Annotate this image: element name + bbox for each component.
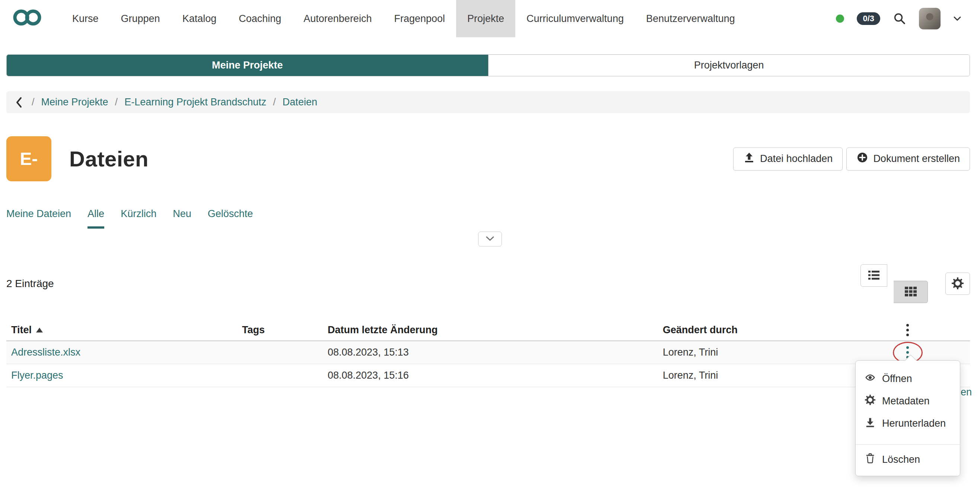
breadcrumb-separator: / — [32, 96, 35, 108]
top-navbar: Kurse Gruppen Katalog Coaching Autorenbe… — [0, 0, 980, 37]
breadcrumb-meine-projekte[interactable]: Meine Projekte — [41, 96, 108, 108]
menu-item-oeffnen[interactable]: Öffnen — [856, 368, 960, 390]
list-view-icon — [867, 270, 880, 282]
breadcrumb-separator: / — [115, 96, 118, 108]
project-scope-segmented-control: Meine Projekte Projektvorlagen — [6, 54, 970, 76]
file-filter-tabs: Meine Dateien Alle Kürzlich Neu Gelöscht… — [6, 208, 970, 229]
tab-geloeschte[interactable]: Gelöschte — [208, 208, 253, 229]
view-table-button[interactable] — [894, 281, 928, 303]
page-title: Dateien — [69, 146, 149, 171]
trash-icon — [865, 453, 876, 466]
gear-icon — [951, 277, 964, 291]
main-nav: Kurse Gruppen Katalog Coaching Autorenbe… — [61, 0, 746, 37]
page: Kurse Gruppen Katalog Coaching Autorenbe… — [0, 0, 980, 387]
menu-item-label: Löschen — [882, 454, 920, 465]
list-toolbar: 2 Einträge — [6, 264, 970, 303]
tab-kuerzlich[interactable]: Kürzlich — [121, 208, 156, 229]
nav-item-kurse[interactable]: Kurse — [61, 0, 110, 37]
column-header-tags[interactable]: Tags — [242, 324, 328, 336]
eye-icon — [865, 372, 876, 386]
menu-item-loeschen[interactable]: Löschen — [856, 448, 960, 471]
header-actions: Datei hochladen Dokument erstellen — [733, 148, 970, 170]
gear-icon — [865, 394, 876, 408]
nav-item-gruppen[interactable]: Gruppen — [110, 0, 171, 37]
menu-item-label: Metadaten — [882, 395, 930, 407]
file-link-adressliste[interactable]: Adressliste.xlsx — [11, 347, 80, 358]
table-view-icon — [904, 286, 918, 298]
download-icon — [865, 417, 876, 430]
tab-meine-dateien[interactable]: Meine Dateien — [6, 208, 71, 229]
presence-status-dot — [836, 14, 844, 23]
files-table: Titel Tags Datum letzte Änderung Geänder… — [6, 320, 970, 387]
table-settings-button[interactable] — [945, 272, 970, 295]
menu-item-metadaten[interactable]: Metadaten — [856, 390, 960, 412]
sort-ascending-icon[interactable] — [36, 328, 43, 333]
tab-alle[interactable]: Alle — [88, 208, 104, 229]
breadcrumb-separator: / — [273, 96, 276, 108]
upload-button-label: Datei hochladen — [760, 153, 832, 165]
create-button-label: Dokument erstellen — [873, 153, 960, 165]
upload-icon — [743, 151, 755, 166]
file-link-flyer[interactable]: Flyer.pages — [11, 370, 63, 381]
row-modified: 08.08.2023, 15:13 — [328, 347, 663, 358]
nav-item-benutzerverwaltung[interactable]: Benutzerverwaltung — [635, 0, 746, 37]
breadcrumb-dateien[interactable]: Dateien — [283, 96, 317, 108]
table-menu-kebab-icon[interactable] — [904, 322, 911, 339]
nav-item-fragenpool[interactable]: Fragenpool — [383, 0, 456, 37]
view-list-button[interactable] — [861, 264, 887, 287]
menu-divider — [856, 444, 960, 444]
column-header-titel[interactable]: Titel — [11, 324, 32, 336]
project-avatar: E- — [6, 136, 51, 181]
plus-circle-icon — [856, 151, 868, 166]
menu-item-herunterladen[interactable]: Herunterladen — [856, 412, 960, 434]
column-header-modified[interactable]: Datum letzte Änderung — [328, 324, 663, 336]
app-logo[interactable] — [9, 0, 46, 37]
segment-meine-projekte[interactable]: Meine Projekte — [7, 55, 488, 76]
nav-item-coaching[interactable]: Coaching — [228, 0, 292, 37]
view-switch-group — [861, 264, 938, 303]
page-header: E- Dateien Datei hochladen — [6, 136, 970, 181]
entry-count: 2 Einträge — [6, 278, 54, 290]
create-document-button[interactable]: Dokument erstellen — [846, 148, 970, 170]
tab-neu[interactable]: Neu — [173, 208, 191, 229]
row-context-menu: Öffnen Metadaten — [855, 360, 960, 476]
segment-projektvorlagen[interactable]: Projektvorlagen — [488, 55, 970, 76]
user-menu-chevron-down-icon[interactable] — [953, 16, 961, 21]
user-avatar[interactable] — [919, 8, 940, 29]
row-modified-by: Lorenz, Trini — [663, 347, 871, 358]
upload-file-button[interactable]: Datei hochladen — [733, 148, 843, 170]
navbar-right-cluster: 0/3 — [836, 0, 980, 37]
search-icon[interactable] — [893, 12, 906, 25]
table-row[interactable]: Adressliste.xlsx 08.08.2023, 15:13 Loren… — [6, 341, 970, 364]
chevron-down-icon — [485, 236, 495, 242]
expand-filters-button[interactable] — [478, 232, 502, 247]
nav-item-autorenbereich[interactable]: Autorenbereich — [292, 0, 383, 37]
table-header-row: Titel Tags Datum letzte Änderung Geänder… — [6, 320, 970, 341]
nav-item-curriculumverwaltung[interactable]: Curriculumverwaltung — [515, 0, 635, 37]
row-modified: 08.08.2023, 15:16 — [328, 370, 663, 381]
obscured-link-fragment: en — [961, 387, 972, 398]
nav-item-projekte[interactable]: Projekte — [456, 0, 515, 37]
filter-expander-row — [0, 232, 980, 247]
breadcrumb-project[interactable]: E-Learning Projekt Brandschutz — [124, 96, 266, 108]
task-count-badge[interactable]: 0/3 — [857, 12, 880, 25]
back-chevron-icon[interactable] — [14, 95, 24, 109]
nav-item-katalog[interactable]: Katalog — [171, 0, 228, 37]
column-header-modified-by[interactable]: Geändert durch — [663, 324, 871, 336]
row-modified-by: Lorenz, Trini — [663, 370, 871, 381]
breadcrumb: / Meine Projekte / E-Learning Projekt Br… — [6, 91, 970, 113]
view-controls — [861, 264, 970, 303]
menu-item-label: Öffnen — [882, 373, 912, 385]
infinity-logo-icon — [9, 8, 46, 30]
table-row[interactable]: Flyer.pages 08.08.2023, 15:16 Lorenz, Tr… — [6, 364, 970, 387]
menu-item-label: Herunterladen — [882, 418, 946, 429]
